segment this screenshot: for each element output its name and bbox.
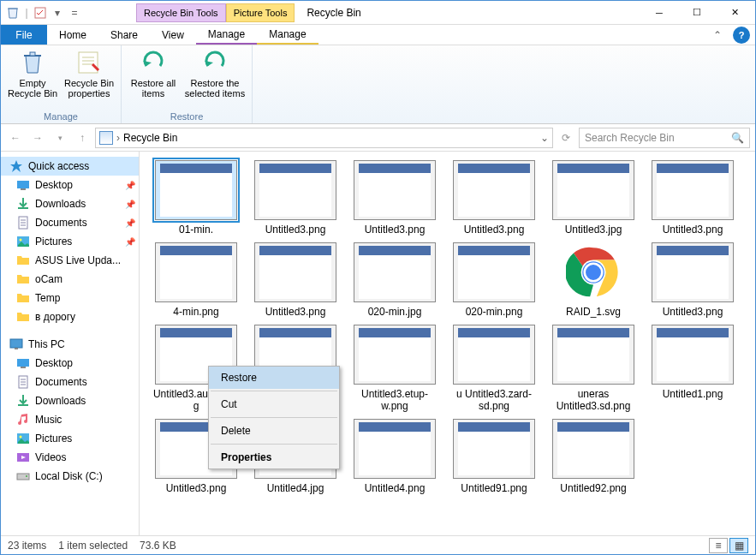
file-item[interactable]: Untitled3.png [643, 157, 742, 239]
sidebar-item[interactable]: ASUS Live Upda... [1, 251, 139, 270]
refresh-button[interactable]: ⟳ [557, 128, 575, 147]
file-thumbnail [552, 325, 634, 385]
file-item[interactable]: Untitled3.png [246, 239, 345, 321]
restore-selected-button[interactable]: Restore the selected items [183, 47, 247, 111]
file-item[interactable]: Untitled1.png [643, 321, 742, 415]
sidebar-this-pc[interactable]: This PC [1, 335, 139, 354]
sidebar-item[interactable]: Desktop [1, 354, 139, 373]
qat-overflow-icon[interactable]: = [68, 6, 81, 20]
breadcrumb[interactable]: Recycle Bin [123, 132, 177, 144]
file-item[interactable]: u Untitled3.zard-sd.png [444, 321, 544, 415]
file-item[interactable]: uneras Untitled3.sd.png [544, 321, 643, 415]
sidebar-item[interactable]: Downloads [1, 391, 139, 410]
recycle-bin-properties-button[interactable]: Recycle Bin properties [63, 47, 116, 111]
ribbon-tabs: File Home Share View Manage Manage ⌃ ? [1, 25, 755, 45]
file-item[interactable]: Untitled91.png [444, 415, 544, 498]
context-menu: Restore Cut Delete Properties [208, 366, 340, 469]
file-name: Untitled3.jpg [565, 224, 622, 236]
qat-properties-icon[interactable] [33, 6, 47, 20]
forward-button[interactable]: → [28, 128, 47, 147]
tree-item-icon [16, 413, 30, 427]
status-selected: 1 item selected [58, 540, 128, 552]
manage-recycle-tab[interactable]: Manage [196, 25, 257, 45]
picture-tools-tab[interactable]: Picture Tools [226, 3, 295, 22]
file-item[interactable]: 020-min.png [444, 239, 544, 321]
status-item-count: 23 items [8, 540, 46, 552]
file-thumbnail [652, 242, 734, 302]
recent-dropdown-icon[interactable]: ▾ [51, 128, 69, 147]
ctx-restore[interactable]: Restore [209, 367, 339, 389]
sidebar-item[interactable]: Pictures 📌 [1, 232, 139, 251]
back-button[interactable]: ← [6, 128, 25, 147]
address-bar[interactable]: › Recycle Bin ⌄ [95, 128, 553, 148]
file-name: 01-min. [179, 224, 213, 236]
file-item[interactable]: Untitled92.png [544, 415, 643, 498]
file-item[interactable]: 020-min.jpg [345, 239, 444, 321]
home-tab[interactable]: Home [47, 25, 98, 45]
recycle-bin-tools-tab[interactable]: Recycle Bin Tools [136, 3, 226, 22]
sidebar-item[interactable]: Downloads 📌 [1, 194, 139, 213]
file-item[interactable]: Untitled3.png [345, 157, 444, 239]
file-thumbnail [155, 160, 237, 220]
file-list[interactable]: 01-min. Untitled3.png Untitled3.png Unti… [140, 152, 755, 535]
tree-item-icon [16, 432, 30, 445]
ctx-delete[interactable]: Delete [209, 420, 339, 442]
sidebar-item[interactable]: oCam [1, 270, 139, 289]
file-name: uneras Untitled3.sd.png [549, 388, 638, 412]
help-icon[interactable]: ? [733, 27, 750, 44]
sidebar-item[interactable]: Videos [1, 448, 139, 467]
recycle-bin-icon[interactable] [6, 6, 20, 20]
tree-item-icon [16, 291, 30, 305]
file-item[interactable]: Untitled3.png [246, 157, 345, 239]
navigation-pane: Quick access Desktop 📌 Downloads 📌 Docum… [1, 152, 140, 535]
sidebar-quick-access[interactable]: Quick access [1, 157, 139, 176]
file-name: Untitled3.png [365, 224, 426, 236]
sidebar-item[interactable]: Pictures [1, 429, 139, 448]
search-icon[interactable]: 🔍 [731, 132, 744, 144]
close-button[interactable]: ✕ [716, 1, 753, 25]
up-button[interactable]: ↑ [73, 128, 92, 147]
tree-item-label: Downloads [35, 198, 86, 210]
sidebar-item[interactable]: Local Disk (C:) [1, 467, 139, 486]
nav-bar: ← → ▾ ↑ › Recycle Bin ⌄ ⟳ Search Recycle… [1, 124, 755, 152]
file-thumbnail [354, 160, 436, 220]
file-item[interactable]: 01-min. [146, 157, 246, 239]
sidebar-item[interactable]: в дорогу [1, 307, 139, 326]
file-item[interactable]: RAID_1.svg [544, 239, 643, 321]
sidebar-item[interactable]: Documents [1, 373, 139, 391]
view-tab[interactable]: View [150, 25, 196, 45]
file-thumbnail [453, 419, 535, 479]
sidebar-item[interactable]: Documents 📌 [1, 213, 139, 232]
file-tab[interactable]: File [1, 25, 47, 45]
ctx-properties[interactable]: Properties [209, 446, 339, 468]
empty-recycle-bin-button[interactable]: Empty Recycle Bin [6, 47, 59, 111]
sidebar-item[interactable]: Desktop 📌 [1, 176, 139, 194]
file-item[interactable]: Untitled3.jpg [544, 157, 643, 239]
qat-dropdown-icon[interactable]: ▾ [51, 6, 64, 20]
ribbon-group-restore: Restore [127, 111, 247, 123]
minimize-button[interactable]: ─ [640, 1, 678, 25]
view-details-button[interactable]: ≡ [709, 538, 728, 553]
svg-rect-14 [18, 404, 28, 406]
sidebar-item[interactable]: Music [1, 410, 139, 429]
pin-icon: 📌 [125, 181, 135, 190]
tree-item-label: Downloads [35, 395, 86, 407]
view-icons-button[interactable]: ▦ [729, 538, 748, 553]
file-item[interactable]: Untitled3.etup-w.png [345, 321, 444, 415]
restore-all-button[interactable]: Restore all items [127, 47, 180, 111]
maximize-button[interactable]: ☐ [678, 1, 716, 25]
manage-picture-tab[interactable]: Manage [257, 25, 318, 45]
ctx-cut[interactable]: Cut [209, 393, 339, 415]
tree-item-icon [16, 469, 30, 483]
address-dropdown-icon[interactable]: ⌄ [540, 132, 549, 144]
file-item[interactable]: 4-min.png [146, 239, 246, 321]
file-item[interactable]: Untitled4.png [345, 415, 444, 498]
file-item[interactable]: Untitled3.png [444, 157, 544, 239]
file-name: Untitled4.jpg [267, 482, 324, 494]
ribbon-group-manage: Manage [6, 111, 116, 123]
file-item[interactable]: Untitled3.png [643, 239, 742, 321]
share-tab[interactable]: Share [98, 25, 150, 45]
ribbon-collapse-icon[interactable]: ⌃ [707, 25, 728, 45]
sidebar-item[interactable]: Temp [1, 289, 139, 307]
search-box[interactable]: Search Recycle Bin 🔍 [579, 128, 750, 148]
